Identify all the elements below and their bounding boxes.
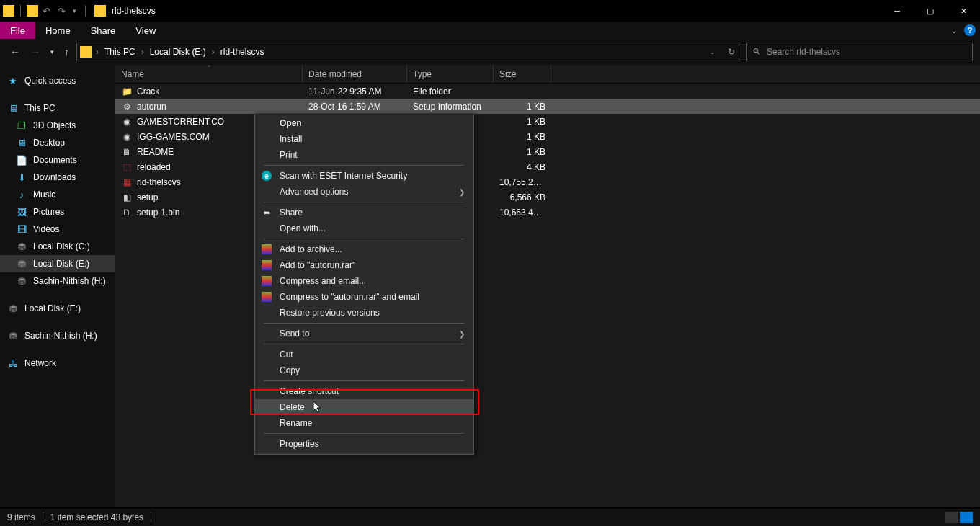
file-size: 4 KB <box>494 162 551 172</box>
search-input[interactable]: 🔍︎ Search rld-thelscvs <box>746 43 973 61</box>
status-bar: 9 items 1 item selected 43 bytes <box>0 509 980 526</box>
ctx-restore-previous[interactable]: Restore previous versions <box>255 305 473 321</box>
view-details-button[interactable] <box>945 512 958 523</box>
ctx-properties[interactable]: Properties <box>255 436 473 452</box>
drive-icon: ⛃ <box>7 303 19 314</box>
network-icon: 🖧 <box>7 357 19 369</box>
file-date: 11-Jun-22 9:35 AM <box>303 86 407 97</box>
ctx-create-shortcut[interactable]: Create shortcut <box>255 383 473 399</box>
up-button[interactable]: ↑ <box>61 43 72 61</box>
col-type[interactable]: Type <box>407 65 494 83</box>
file-name: setup <box>137 192 158 202</box>
undo-icon[interactable]: ↶ <box>40 6 53 17</box>
file-size: 1 KB <box>494 102 551 112</box>
ribbon-expand-icon[interactable]: ⌄ <box>951 27 957 35</box>
ctx-open-with[interactable]: Open with... <box>255 220 473 236</box>
tab-share[interactable]: Share <box>81 22 126 39</box>
file-size: 10,755,264 ... <box>494 177 551 187</box>
file-row[interactable]: ⚙autorun28-Oct-16 1:59 AMSetup Informati… <box>115 99 980 114</box>
sidebar-item-music[interactable]: ♪Music <box>0 186 115 203</box>
tab-home[interactable]: Home <box>35 22 81 39</box>
qat-icon-1[interactable] <box>3 5 14 17</box>
download-icon: ⬇ <box>16 171 27 183</box>
tab-view[interactable]: View <box>125 22 166 39</box>
sidebar-item-desktop[interactable]: 🖥Desktop <box>0 134 115 151</box>
nav-row: ← → ▾ ↑ › This PC › Local Disk (E:) › rl… <box>0 39 980 65</box>
drive-icon: ⛃ <box>16 241 27 252</box>
ctx-open[interactable]: Open <box>255 115 473 131</box>
file-row[interactable]: 📁Crack11-Jun-22 9:35 AMFile folder <box>115 84 980 99</box>
title-bar: ↶ ↷ ▾ rld-thelscvs ─ ▢ ✕ <box>0 0 980 22</box>
recent-dropdown[interactable]: ▾ <box>48 45 57 58</box>
file-type: File folder <box>407 86 494 97</box>
sidebar-item-disk-e[interactable]: ⛃Local Disk (E:) <box>0 255 115 272</box>
maximize-button[interactable]: ▢ <box>914 0 947 22</box>
col-size[interactable]: Size <box>494 65 551 83</box>
refresh-button[interactable]: ↻ <box>722 43 741 61</box>
back-button[interactable]: ← <box>7 43 23 61</box>
col-name[interactable]: ⌃Name <box>115 65 303 83</box>
sidebar-item-3dobjects[interactable]: ❒3D Objects <box>0 117 115 134</box>
ctx-rename[interactable]: Rename <box>255 415 473 431</box>
close-button[interactable]: ✕ <box>947 0 980 22</box>
file-icon: ⬚ <box>121 161 133 173</box>
minimize-button[interactable]: ─ <box>881 0 914 22</box>
ctx-delete[interactable]: Delete <box>255 399 473 415</box>
ctx-add-autorun-rar[interactable]: Add to "autorun.rar" <box>255 257 473 273</box>
qat-dropdown[interactable]: ▾ <box>70 7 79 14</box>
qat-icon-2[interactable] <box>27 5 38 17</box>
file-row[interactable]: 🗋setup-1.bin10,663,487 ... <box>115 205 980 220</box>
file-row[interactable]: ◉GAMESTORRENT.COut1 KB <box>115 114 980 129</box>
sidebar-item-sachin[interactable]: ⛃Sachin-Nithish (H:) <box>0 272 115 290</box>
view-icons-button[interactable] <box>960 512 973 523</box>
sidebar-ext-disk-e[interactable]: ⛃Local Disk (E:) <box>0 300 115 317</box>
file-size: 6,566 KB <box>494 192 551 202</box>
desktop-icon: 🖥 <box>16 137 27 148</box>
status-selection: 1 item selected 43 bytes <box>50 512 143 522</box>
redo-icon[interactable]: ↷ <box>55 6 68 17</box>
sidebar-network[interactable]: 🖧Network <box>0 355 115 372</box>
sidebar-quick-access[interactable]: ★Quick access <box>0 72 115 89</box>
ctx-compress-email[interactable]: Compress and email... <box>255 273 473 289</box>
file-row[interactable]: ⬚reloadedatio...4 KB <box>115 159 980 174</box>
help-icon[interactable]: ? <box>964 24 976 36</box>
eset-icon: e <box>261 170 272 182</box>
music-icon: ♪ <box>16 189 27 200</box>
addr-history-dropdown[interactable]: ⌄ <box>703 43 722 61</box>
ctx-print[interactable]: Print <box>255 147 473 163</box>
address-bar[interactable]: › This PC › Local Disk (E:) › rld-thelsc… <box>76 43 741 61</box>
cube-icon: ❒ <box>16 120 27 131</box>
sidebar-item-downloads[interactable]: ⬇Downloads <box>0 169 115 186</box>
sidebar-item-videos[interactable]: 🎞Videos <box>0 220 115 238</box>
file-row[interactable]: ◉IGG-GAMES.COMut1 KB <box>115 129 980 144</box>
ctx-send-to[interactable]: Send to❯ <box>255 326 473 342</box>
ctx-share[interactable]: ➦Share <box>255 205 473 220</box>
file-list: ⌃Name Date modified Type Size 📁Crack11-J… <box>115 65 980 507</box>
ctx-install[interactable]: Install <box>255 131 473 147</box>
file-row[interactable]: ◧setup6,566 KB <box>115 190 980 205</box>
sidebar-item-documents[interactable]: 📄Documents <box>0 151 115 169</box>
ctx-eset-scan[interactable]: eScan with ESET Internet Security <box>255 168 473 184</box>
crumb-folder[interactable]: rld-thelscvs <box>216 43 269 61</box>
sidebar-this-pc[interactable]: 🖥This PC <box>0 99 115 117</box>
file-icon: ◉ <box>121 131 133 143</box>
crumb-drive[interactable]: Local Disk (E:) <box>146 43 210 61</box>
ctx-eset-advanced[interactable]: Advanced options❯ <box>255 184 473 200</box>
sidebar-item-disk-c[interactable]: ⛃Local Disk (C:) <box>0 238 115 255</box>
file-size: 10,663,487 ... <box>494 208 551 218</box>
tab-file[interactable]: File <box>0 22 35 39</box>
file-icon: ◧ <box>121 192 133 203</box>
file-row[interactable]: 🗎READMEt1 KB <box>115 144 980 159</box>
ctx-cut[interactable]: Cut <box>255 347 473 362</box>
drive-icon: ⛃ <box>16 258 27 269</box>
sidebar-ext-sachin[interactable]: ⛃Sachin-Nithish (H:) <box>0 327 115 344</box>
sidebar-item-pictures[interactable]: 🖼Pictures <box>0 203 115 220</box>
col-date[interactable]: Date modified <box>303 65 407 83</box>
ctx-add-archive[interactable]: Add to archive... <box>255 241 473 257</box>
ctx-compress-autorun-email[interactable]: Compress to "autorun.rar" and email <box>255 289 473 305</box>
forward-button[interactable]: → <box>27 43 43 61</box>
file-row[interactable]: ▦rld-thelscvse10,755,264 ... <box>115 174 980 190</box>
crumb-thispc[interactable]: This PC <box>100 43 140 61</box>
ctx-copy[interactable]: Copy <box>255 362 473 378</box>
file-size: 1 KB <box>494 117 551 127</box>
